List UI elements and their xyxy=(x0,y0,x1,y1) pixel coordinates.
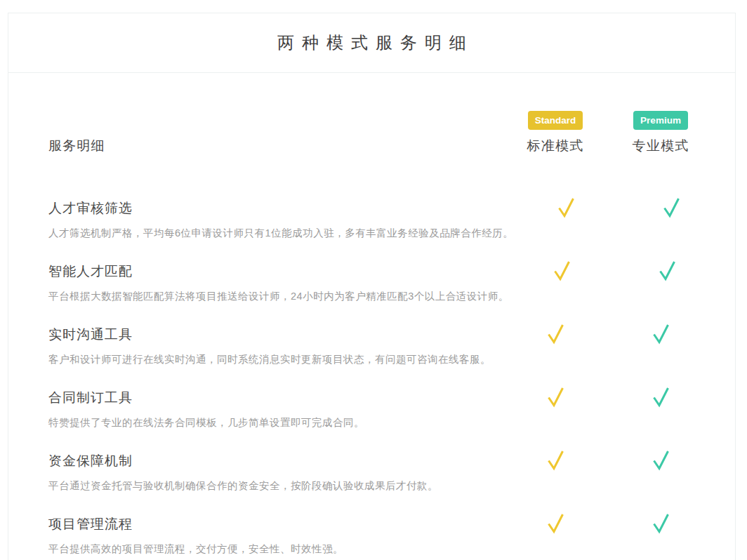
table-row: 项目管理流程 平台提供高效的项目管理流程，交付方便，安全性、时效性强。 xyxy=(48,517,713,555)
standard-check-cell xyxy=(503,512,608,534)
premium-badge: Premium xyxy=(633,111,688,130)
check-icon-standard xyxy=(546,386,564,408)
standard-badge: Standard xyxy=(528,111,583,130)
check-icon-standard xyxy=(557,196,575,218)
service-description: 特赞提供了专业的在线法务合同模板，几步简单设置即可完成合同。 xyxy=(48,417,503,429)
standard-check-cell xyxy=(503,449,608,471)
page-title: 两种模式服务明细 xyxy=(277,32,474,54)
service-info: 资金保障机制 平台通过资金托管与验收机制确保合作的资金安全，按阶段确认验收成果后… xyxy=(48,454,503,492)
standard-check-cell xyxy=(509,260,614,281)
service-info: 智能人才匹配 平台根据大数据智能匹配算法将项目推送给设计师，24小时内为客户精准… xyxy=(48,265,509,302)
check-icon-premium xyxy=(662,196,680,218)
table-row: 资金保障机制 平台通过资金托管与验收机制确保合作的资金安全，按阶段确认验收成果后… xyxy=(48,454,713,492)
premium-check-cell xyxy=(614,260,720,281)
service-description: 人才筛选机制严格，平均每6位申请设计师只有1位能成功入驻，多有丰富业务经验及品牌… xyxy=(48,227,513,239)
service-title: 实时沟通工具 xyxy=(48,328,503,342)
service-info: 项目管理流程 平台提供高效的项目管理流程，交付方便，安全性、时效性强。 xyxy=(48,517,503,555)
table-row: 合同制订工具 特赞提供了专业的在线法务合同模板，几步简单设置即可完成合同。 xyxy=(48,391,713,429)
standard-column-header: Standard 标准模式 xyxy=(503,111,608,154)
table-rows: 人才审核筛选 人才筛选机制严格，平均每6位申请设计师只有1位能成功入驻，多有丰富… xyxy=(48,201,713,555)
standard-check-cell xyxy=(503,386,608,408)
table-row: 智能人才匹配 平台根据大数据智能匹配算法将项目推送给设计师，24小时内为客户精准… xyxy=(48,265,713,302)
premium-check-cell xyxy=(608,386,713,408)
service-description: 平台根据大数据智能匹配算法将项目推送给设计师，24小时内为客户精准匹配3个以上合… xyxy=(48,291,509,302)
service-description: 客户和设计师可进行在线实时沟通，同时系统消息实时更新项目状态，有问题可咨询在线客… xyxy=(48,354,503,366)
service-title: 人才审核筛选 xyxy=(48,201,513,215)
service-title: 合同制订工具 xyxy=(48,391,503,405)
check-icon-standard xyxy=(546,512,564,534)
premium-column-header: Premium 专业模式 xyxy=(608,111,713,154)
check-icon-premium xyxy=(652,449,670,471)
table-row: 实时沟通工具 客户和设计师可进行在线实时沟通，同时系统消息实时更新项目状态，有问… xyxy=(48,328,713,366)
table-row: 人才审核筛选 人才筛选机制严格，平均每6位申请设计师只有1位能成功入驻，多有丰富… xyxy=(48,201,713,239)
service-info: 实时沟通工具 客户和设计师可进行在线实时沟通，同时系统消息实时更新项目状态，有问… xyxy=(48,328,503,366)
service-info: 人才审核筛选 人才筛选机制严格，平均每6位申请设计师只有1位能成功入驻，多有丰富… xyxy=(48,201,513,239)
premium-check-cell xyxy=(608,449,713,471)
service-title: 资金保障机制 xyxy=(48,454,503,468)
premium-check-cell xyxy=(608,512,713,534)
premium-check-cell xyxy=(619,196,724,218)
service-description: 平台提供高效的项目管理流程，交付方便，安全性、时效性强。 xyxy=(48,543,503,555)
check-icon-premium xyxy=(658,260,676,281)
check-icon-standard xyxy=(553,260,571,281)
standard-check-cell xyxy=(513,196,619,218)
check-icon-premium xyxy=(652,323,670,345)
comparison-table: 服务明细 Standard 标准模式 Premium 专业模式 人才审核筛选 人… xyxy=(8,111,735,555)
standard-mode-label: 标准模式 xyxy=(527,138,584,154)
premium-check-cell xyxy=(608,323,713,345)
service-info: 合同制订工具 特赞提供了专业的在线法务合同模板，几步简单设置即可完成合同。 xyxy=(48,391,503,429)
table-header: 服务明细 Standard 标准模式 Premium 专业模式 xyxy=(48,111,713,154)
check-icon-standard xyxy=(546,323,564,345)
check-icon-premium xyxy=(652,512,670,534)
card-header: 两种模式服务明细 xyxy=(8,13,735,73)
service-title: 项目管理流程 xyxy=(48,517,503,531)
service-column-header: 服务明细 xyxy=(48,138,503,154)
service-comparison-card: 两种模式服务明细 服务明细 Standard 标准模式 Premium 专业模式… xyxy=(8,13,736,560)
check-icon-standard xyxy=(546,449,564,471)
service-description: 平台通过资金托管与验收机制确保合作的资金安全，按阶段确认验收成果后才付款。 xyxy=(48,480,503,492)
standard-check-cell xyxy=(503,323,608,345)
check-icon-premium xyxy=(652,386,670,408)
service-title: 智能人才匹配 xyxy=(48,265,509,279)
premium-mode-label: 专业模式 xyxy=(633,138,689,154)
